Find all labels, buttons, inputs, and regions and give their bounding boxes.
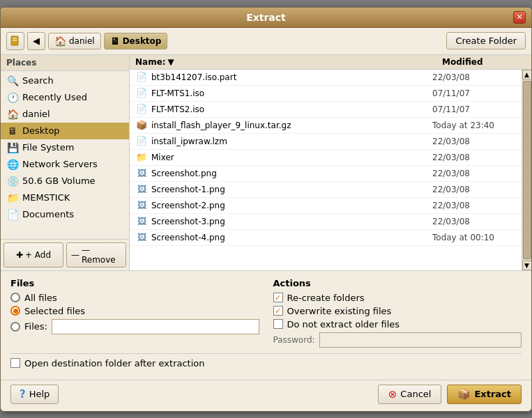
files-pattern-radio-input[interactable] [10, 322, 20, 332]
file-date: Today at 23:40 [432, 121, 516, 130]
sidebar-item-recently-used[interactable]: 🕐 Recently Used [1, 89, 129, 106]
selected-files-label: Selected files [24, 306, 85, 316]
selected-files-radio-input[interactable] [10, 306, 20, 316]
recreate-folders-checkbox[interactable]: ✓ Re-create folders [273, 293, 522, 303]
volume-icon: 💿 [6, 175, 19, 187]
vertical-scrollbar[interactable]: ▲ ▼ [522, 70, 531, 270]
action-buttons: ⊗ Cancel 📦 Extract [378, 385, 522, 404]
extract-dialog: Extract ✕ ◀ 🏠 daniel 🖥 Desktop Create Fo… [0, 7, 532, 412]
image-icon: 🖼 [135, 183, 148, 196]
password-input[interactable] [319, 332, 522, 348]
table-row[interactable]: 🖼 Screenshot-1.png 22/03/08 [130, 182, 522, 198]
breadcrumb-desktop[interactable]: 🖥 Desktop [104, 33, 168, 49]
scroll-thumb[interactable] [523, 81, 531, 259]
table-row[interactable]: 📄 install_ipwraw.lzm 22/03/08 [130, 134, 522, 150]
sidebar-footer: ✚ + Add — — Remove [1, 239, 129, 270]
selected-files-radio[interactable]: Selected files [10, 306, 259, 316]
help-button[interactable]: ? Help [10, 385, 59, 404]
titlebar: Extract ✕ [1, 8, 531, 28]
options-area: Files All files Selected files Fi [1, 271, 531, 380]
image-icon: 🖼 [135, 199, 148, 212]
table-row[interactable]: 📄 FLT-MTS1.iso 07/11/07 [130, 86, 522, 102]
overwrite-files-label: Overwrite existing files [287, 306, 392, 316]
overwrite-files-checkbox[interactable]: ✓ Overwrite existing files [273, 306, 522, 316]
remove-bookmark-button[interactable]: — — Remove [66, 242, 126, 268]
scroll-up-arrow[interactable]: ▲ [522, 70, 532, 79]
name-column-header[interactable]: Name: ▼ [135, 57, 442, 67]
sidebar-item-desktop[interactable]: 🖥 Desktop [1, 123, 129, 139]
table-row[interactable]: 📄 FLT-MTS2.iso 07/11/07 [130, 102, 522, 118]
file-date: 22/03/08 [432, 201, 516, 210]
sidebar-item-daniel[interactable]: 🏠 daniel [1, 106, 129, 123]
remove-icon: — [71, 250, 79, 260]
sidebar-item-documents[interactable]: 📄 Documents [1, 206, 129, 223]
table-row[interactable]: 🖼 Screenshot-3.png 22/03/08 [130, 214, 522, 230]
sidebar-item-filesystem[interactable]: 💾 File System [1, 139, 129, 156]
all-files-radio-input[interactable] [10, 293, 20, 302]
home-icon: 🏠 [6, 108, 19, 121]
add-icon: ✚ [16, 250, 23, 260]
scroll-down-arrow[interactable]: ▼ [522, 261, 532, 270]
sidebar-item-memstick[interactable]: 📁 MEMSTICK [1, 189, 129, 206]
sidebar-item-label: Desktop [22, 125, 60, 136]
sidebar-item-network[interactable]: 🌐 Network Servers [1, 156, 129, 173]
sidebar-item-label: daniel [22, 109, 50, 119]
extract-icon: 📦 [457, 388, 471, 401]
table-row[interactable]: 🖼 Screenshot-4.png Today at 00:10 [130, 230, 522, 246]
close-button[interactable]: ✕ [513, 11, 526, 24]
table-row[interactable]: 📄 bt3b141207.iso.part 22/03/08 [130, 70, 522, 86]
sidebar-item-volume[interactable]: 💿 50.6 GB Volume [1, 173, 129, 189]
no-older-files-label: Do not extract older files [287, 319, 400, 330]
cancel-icon: ⊗ [388, 388, 397, 401]
sidebar-item-label: 50.6 GB Volume [22, 176, 96, 186]
checkmark-icon: ✓ [275, 293, 281, 302]
open-destination-checkbox[interactable]: Open destination folder after extraction [10, 358, 522, 369]
image-icon: 🖼 [135, 231, 148, 244]
sidebar-item-label: Recently Used [22, 92, 87, 102]
bookmark-button[interactable] [6, 32, 24, 50]
file-date: 07/11/07 [432, 88, 516, 98]
back-button[interactable]: ◀ [27, 32, 45, 50]
file-date: 22/03/08 [432, 185, 516, 194]
sidebar-item-label: Documents [22, 209, 74, 219]
file-name: Screenshot-1.png [151, 185, 432, 194]
modified-column-header[interactable]: Modified [442, 57, 526, 67]
file-name: Mixer [151, 153, 432, 162]
sort-icon: ▼ [168, 57, 174, 67]
add-bookmark-button[interactable]: ✚ + Add [3, 242, 63, 268]
no-older-files-checkbox-box[interactable] [273, 319, 283, 329]
sidebar-item-label: Search [22, 75, 54, 86]
no-older-files-checkbox[interactable]: Do not extract older files [273, 319, 522, 330]
memstick-icon: 📁 [6, 192, 19, 204]
table-row[interactable]: 🖼 Screenshot-2.png 22/03/08 [130, 198, 522, 214]
file-date: 22/03/08 [432, 217, 516, 226]
file-name: install_ipwraw.lzm [151, 137, 432, 146]
create-folder-button[interactable]: Create Folder [446, 32, 526, 49]
table-row[interactable]: 🖼 Screenshot.png 22/03/08 [130, 166, 522, 182]
file-date: 07/11/07 [432, 104, 516, 114]
radio-dot [13, 309, 18, 314]
sidebar-label: Places [1, 55, 129, 71]
file-icon: 📄 [135, 87, 148, 100]
recreate-folders-checkbox-box[interactable]: ✓ [273, 293, 283, 302]
divider [10, 353, 522, 354]
file-name: Screenshot-4.png [151, 233, 432, 242]
files-pattern-radio[interactable]: Files: [10, 319, 259, 334]
file-name: FLT-MTS1.iso [151, 88, 432, 98]
cancel-button[interactable]: ⊗ Cancel [378, 385, 442, 404]
open-dest-checkbox-box[interactable] [10, 358, 20, 368]
all-files-radio[interactable]: All files [10, 293, 259, 303]
help-icon: ? [20, 388, 26, 401]
file-date: 22/03/08 [432, 153, 516, 162]
table-row[interactable]: 📁 Mixer 22/03/08 [130, 150, 522, 166]
breadcrumb-daniel[interactable]: 🏠 daniel [48, 33, 101, 49]
extract-button[interactable]: 📦 Extract [447, 385, 522, 404]
file-list: 📄 bt3b141207.iso.part 22/03/08 📄 FLT-MTS… [130, 70, 522, 270]
sidebar-item-search[interactable]: 🔍 Search [1, 72, 129, 89]
file-date: 22/03/08 [432, 72, 516, 82]
overwrite-files-checkbox-box[interactable]: ✓ [273, 306, 283, 316]
all-files-label: All files [24, 293, 57, 303]
file-area: Name: ▼ Modified 📄 bt3b141207.iso.part 2… [130, 55, 531, 270]
table-row[interactable]: 📦 install_flash_player_9_linux.tar.gz To… [130, 118, 522, 134]
files-pattern-input[interactable] [52, 319, 259, 334]
